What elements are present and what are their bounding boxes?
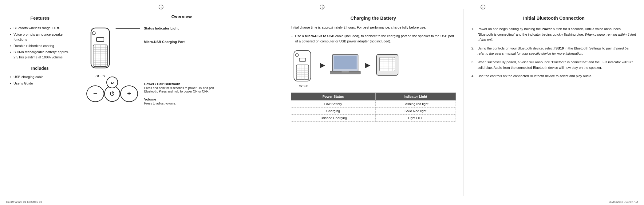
bottom-border-line (0, 198, 644, 198)
volume-down-button[interactable]: − (86, 85, 104, 102)
svg-point-17 (483, 7, 484, 8)
main-content: Features Bluetooth wireless range: 60 ft… (0, 0, 644, 205)
micro-usb-label-row: Micro-USB Charging Port (116, 40, 185, 44)
status-light-label: Status Indicator Light (144, 26, 179, 30)
charging-bullet: Use a Micro-USB to USB cable (included),… (291, 34, 456, 44)
indicator-light-header: Indicator Light (375, 93, 456, 100)
charge-device-illustration: DC IN (291, 49, 315, 88)
svg-rect-21 (93, 45, 107, 66)
svg-point-37 (295, 53, 298, 57)
volume-section: Volume Press to adjust volume. (144, 97, 218, 105)
power-icon (109, 91, 115, 97)
includes-list: USB charging cable User's Guide (9, 74, 71, 86)
feature-item-3: Durable rubberized coating (9, 43, 71, 49)
speaker-small-svg (375, 53, 400, 77)
svg-rect-54 (380, 57, 395, 71)
right-arrow-icon-2: ▶ (365, 61, 370, 69)
volume-label: Volume (144, 97, 218, 101)
features-includes-column: Features Bluetooth wireless range: 60 ft… (0, 9, 80, 196)
micro-usb-label: Micro-USB Charging Port (144, 40, 185, 44)
charging-diagram: DC IN ▶ (291, 49, 456, 88)
power-bt-group: ᴗ (104, 86, 120, 102)
svg-point-11 (160, 7, 161, 8)
svg-rect-52 (342, 71, 349, 73)
footer-right: 30/05/2018 9:46:07 AM (609, 200, 638, 203)
bt-step-4: Use the controls on the connected Blueto… (472, 72, 636, 81)
overview-diagram: DC IN Status Indicator Light Micro-USB C… (86, 23, 277, 78)
indicator-3: Light OFF (375, 114, 456, 121)
power-pair-label-area: Power / Pair Bluetooth Press and hold fo… (144, 82, 218, 105)
dc-in-label: DC IN (95, 74, 105, 78)
diagram-label-area: Status Indicator Light Micro-USB Chargin… (116, 26, 185, 44)
power-status-2: Charging (291, 107, 376, 114)
right-arrow-icon-1: ▶ (320, 61, 325, 69)
bluetooth-title: Initial Bluetooth Connection (472, 15, 636, 21)
micro-usb-line (116, 42, 140, 42)
volume-up-button[interactable]: + (120, 85, 138, 102)
svg-rect-20 (97, 37, 104, 41)
bluetooth-button[interactable]: ᴗ (106, 77, 118, 88)
speaker-illustration-top: DC IN (86, 26, 114, 78)
minus-icon: − (93, 90, 97, 98)
bt-step-3: When successfully paired, a voice will a… (472, 58, 636, 72)
volume-desc: Press to adjust volume. (144, 102, 218, 105)
features-list: Bluetooth wireless range: 60 ft. Voice p… (9, 25, 71, 60)
bluetooth-icon: ᴗ (111, 79, 114, 85)
charge-dc-in-label: DC IN (299, 84, 308, 88)
charging-intro: Initial charge time is approximately 2 h… (291, 25, 456, 30)
feature-item-4: • Built-in rechargeable battery: approx.… (9, 49, 71, 60)
power-status-table: Power Status Indicator Light Low Battery… (291, 93, 456, 122)
indicator-1: Flashing red light (375, 100, 456, 107)
table-row: Finished Charging Light OFF (291, 114, 456, 121)
charge-speaker-svg (291, 49, 315, 84)
table-row: Charging Solid Red light (291, 107, 456, 114)
charging-title: Charging the Battery (291, 15, 456, 21)
bt-circle: ᴗ (106, 77, 118, 88)
charging-column: Charging the Battery Initial charge time… (283, 9, 463, 196)
table-header-row: Power Status Indicator Light (291, 93, 456, 100)
feature-item-1: Bluetooth wireless range: 60 ft. (9, 25, 71, 31)
svg-point-19 (92, 32, 95, 35)
status-light-line (116, 28, 140, 29)
power-status-header: Power Status (291, 93, 376, 100)
footer-bar: ISB19-v2128-01-IB.indd 6-10 30/05/2018 9… (6, 200, 638, 203)
crosshair-right-icon (480, 4, 486, 10)
power-status-3: Finished Charging (291, 114, 376, 121)
bt-step-2: Using the controls on your Bluetooth dev… (472, 44, 636, 58)
svg-rect-50 (334, 56, 357, 69)
power-pair-desc: Press and hold for 9 seconds to power ON… (144, 86, 218, 93)
overview-title: Overview (86, 14, 277, 19)
power-status-1: Low Battery (291, 100, 376, 107)
bluetooth-column: Initial Bluetooth Connection Power on an… (464, 9, 644, 196)
table-row: Low Battery Flashing red light (291, 100, 456, 107)
speaker-body-svg (86, 26, 114, 73)
bluetooth-steps-list: Power on and begin pairing by holding th… (472, 25, 636, 81)
includes-title: Includes (9, 66, 71, 71)
plus-icon: + (127, 90, 131, 98)
includes-item-1: USB charging cable (9, 74, 71, 80)
features-title: Features (9, 15, 71, 21)
feature-item-2: Voice prompts announce speaker functions (9, 31, 71, 43)
controls-area: − ᴗ (86, 82, 277, 105)
page: Features Bluetooth wireless range: 60 ft… (0, 0, 644, 205)
laptop-illustration (330, 54, 361, 77)
svg-rect-38 (299, 58, 306, 61)
footer-left: ISB19-v2128-01-IB.indd 6-10 (6, 200, 42, 203)
bt-step-1: Power on and begin pairing by holding th… (472, 25, 636, 44)
includes-item-2: User's Guide (9, 80, 71, 87)
overview-column: Overview (80, 9, 283, 196)
power-table-body: Low Battery Flashing red light Charging … (291, 100, 456, 121)
laptop-svg (330, 54, 361, 77)
speaker-box-illustration (375, 53, 400, 77)
crosshair-center-icon (319, 4, 325, 10)
indicator-2: Solid Red light (375, 107, 456, 114)
power-pair-label: Power / Pair Bluetooth (144, 82, 218, 86)
svg-point-5 (322, 7, 322, 8)
crosshair-left-icon (158, 4, 164, 10)
status-light-label-row: Status Indicator Light (116, 26, 185, 30)
